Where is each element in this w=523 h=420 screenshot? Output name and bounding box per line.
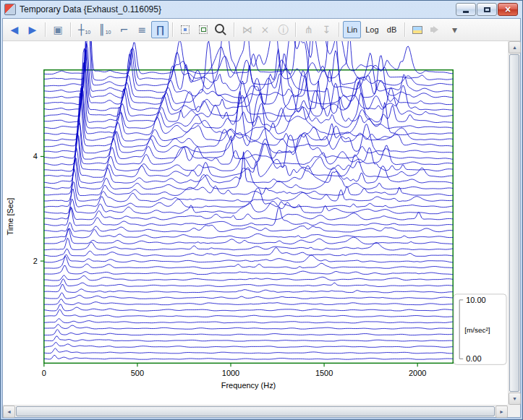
grid-lines-icon: ≡ [138,25,147,35]
play-sound-button[interactable] [427,21,446,38]
x-scale-divisions-subscript: 10 [85,30,90,35]
close-button[interactable]: × [498,3,518,16]
app-icon [4,4,16,15]
scroll-right-icon: ► [499,409,504,414]
trace-lines [44,41,453,359]
forward-button[interactable]: ▶ [24,21,41,38]
log-scale-label: Log [365,25,378,34]
copy-window-icon: ▣ [53,25,62,35]
vertical-scroll-thumb[interactable] [509,54,519,392]
scroll-right-button[interactable]: ► [496,406,508,418]
delete-dataset-icon: × [261,25,270,35]
plot-frame [44,70,453,364]
linear-scale-label: Lin [346,25,357,34]
maximize-button[interactable] [477,3,497,16]
minimize-icon [463,11,469,13]
zoom-magnifier-icon [215,24,224,33]
export-picture-button[interactable] [409,21,426,38]
waterfall-display-icon: ∏ [156,25,164,35]
axes-corner-button[interactable]: ⌐ [115,21,132,38]
scroll-left-button[interactable]: ◄ [3,406,15,418]
zoom-extents-button[interactable] [177,21,194,38]
harmonic-cursor-button[interactable]: ⋔ [299,21,317,38]
toolbar: ◀▶▣┼10║10⌐≡∏⋈×ⓘ⋔↧LinLogdB▾ [3,19,520,41]
previous-dataset-button[interactable]: ⋈ [238,21,255,38]
play-sound-icon [433,26,442,33]
toolbar-separator [70,22,71,37]
toolbar-separator [234,22,234,37]
delete-dataset-button[interactable]: × [256,21,273,38]
scroll-up-button[interactable]: ▲ [509,41,521,53]
x-tick-label: 500 [131,369,144,377]
toolbar-overflow-icon: ▾ [452,25,457,35]
scroll-down-icon: ▼ [512,396,517,401]
y-tick-label: 4 [33,152,38,160]
back-icon: ◀ [11,25,19,35]
window-controls: × [456,3,518,16]
close-icon: × [505,4,511,14]
copy-window-button[interactable]: ▣ [49,21,67,38]
scale-max-label: 10.00 [466,296,485,304]
toolbar-overflow-button[interactable]: ▾ [446,21,464,38]
toolbar-separator [404,22,405,37]
zoom-window-button[interactable] [195,21,212,38]
zoom-extents-icon [181,25,190,34]
vertical-scrollbar[interactable]: ▲ ▼ [508,41,520,405]
linear-scale-button[interactable]: Lin [343,21,361,38]
x-tick-label: 1500 [315,369,333,377]
amplitude-scale: 10.00[m/sec²]0.00 [454,294,506,364]
axes-corner-icon: ⌐ [120,25,129,35]
window-title: Temporary Data {Exhaust_0.116095} [20,4,456,14]
x-axis: 0500100015002000Frequency (Hz) [42,363,427,390]
info-button[interactable]: ⓘ [274,21,292,38]
zoom-window-icon [199,25,208,34]
titlebar[interactable]: Temporary Data {Exhaust_0.116095} × [1,1,522,18]
y-axis-label: Time [Sec] [6,198,14,236]
minimize-button[interactable] [456,3,476,16]
client-area: ◀▶▣┼10║10⌐≡∏⋈×ⓘ⋔↧LinLogdB▾ 0500100015002… [2,18,521,418]
db-scale-label: dB [387,25,396,34]
single-cursor-icon: ↧ [323,25,331,35]
horizontal-scroll-track[interactable] [15,406,496,417]
plot-area: 0500100015002000Frequency (Hz)24Time [Se… [3,41,508,405]
maximize-icon [484,7,490,12]
x-axis-label: Frequency (Hz) [221,381,276,390]
scale-min-label: 0.00 [466,354,481,363]
scrollbar-corner [508,405,520,417]
db-scale-button[interactable]: dB [383,21,401,38]
scale-unit-label: [m/sec²] [464,326,490,334]
x-scale-divisions-icon: ┼ [78,25,84,35]
toolbar-separator [339,22,339,37]
forward-icon: ▶ [29,25,37,35]
scroll-left-icon: ◄ [7,409,12,414]
export-picture-icon [412,26,422,34]
zoom-magnifier-button[interactable] [213,21,230,38]
horizontal-scrollbar[interactable]: ◄ ► [3,405,508,417]
info-icon: ⓘ [278,25,288,35]
vertical-scroll-track[interactable] [509,53,520,393]
waterfall-plot[interactable]: 0500100015002000Frequency (Hz)24Time [Se… [3,41,508,405]
y-scale-divisions-subscript: 10 [106,30,111,35]
waterfall-display-button[interactable]: ∏ [151,21,169,38]
toolbar-separator [45,22,46,37]
horizontal-scroll-thumb[interactable] [16,406,495,416]
grid-lines-button[interactable]: ≡ [133,21,150,38]
x-tick-label: 2000 [409,369,426,377]
y-axis: 24Time [Sec] [6,152,44,265]
x-scale-divisions-button[interactable]: ┼10 [75,21,94,38]
scroll-down-button[interactable]: ▼ [509,393,521,405]
y-tick-label: 2 [33,257,38,265]
previous-dataset-icon: ⋈ [242,25,252,35]
scroll-up-icon: ▲ [512,45,517,50]
single-cursor-button[interactable]: ↧ [318,21,335,38]
harmonic-cursor-icon: ⋔ [305,25,313,35]
toolbar-separator [295,22,296,37]
x-tick-label: 1000 [222,369,239,377]
back-button[interactable]: ◀ [6,21,23,38]
log-scale-button[interactable]: Log [362,21,382,38]
y-scale-divisions-icon: ║ [98,25,104,35]
y-scale-divisions-button[interactable]: ║10 [95,21,114,38]
toolbar-separator [172,22,173,37]
app-window: Temporary Data {Exhaust_0.116095} × ◀▶▣┼… [0,0,523,420]
x-tick-label: 0 [42,369,46,377]
